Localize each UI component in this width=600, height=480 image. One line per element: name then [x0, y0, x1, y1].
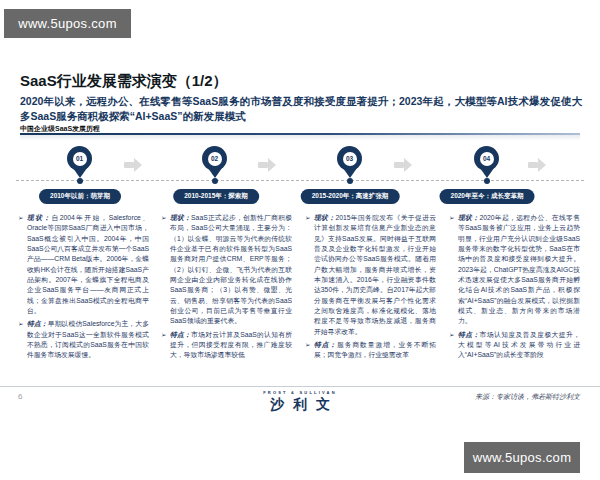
timeline-dot-2 [212, 178, 218, 184]
stage-pill-1: 2010年以前：萌芽期 [39, 189, 121, 204]
bullet-label: 特点： [27, 320, 48, 327]
footer-divider [0, 386, 600, 387]
bullet-item: ➢ 现状：自2004年开始，Salesforce、Oracle等国际SaaS厂商… [18, 213, 149, 316]
pin-tail-icon [208, 168, 222, 178]
bullet-body: SaaS正式起步，创新性厂商积极布局，SaaS公司大量涌现，主要分为：（1）以金… [170, 214, 292, 324]
bullet-arrow-icon: ➢ [449, 330, 458, 361]
bullet-text: 现状：2020年起，远程办公、在线零售等SaaS服务被广泛应用，业务上云趋势明显… [458, 213, 580, 327]
timeline-dot-4 [484, 178, 490, 184]
pin-tail-icon [480, 168, 494, 178]
bullet-arrow-icon: ➢ [449, 213, 458, 327]
bullet-arrow-icon: ➢ [305, 340, 314, 361]
bullet-text: 现状：自2004年开始，Salesforce、Oracle等国际SaaS厂商进入… [27, 213, 149, 316]
bullet-text: 特点：服务商数量激增，业务不断拓展；因竞争激烈，行业亟需改革 [314, 340, 436, 361]
bullet-item: ➢ 现状：2020年起，远程办公、在线零售等SaaS服务被广泛应用，业务上云趋势… [449, 213, 580, 327]
stage-pill-4: 2020年至今：成长变革期 [440, 189, 535, 204]
bullet-text: 现状：2015年国务院发布《关于促进云计算创新发展培育信息产业新业态的意见》支持… [314, 213, 436, 337]
timeline-shade [20, 135, 580, 141]
stage-column-4: ➢ 现状：2020年起，远程办公、在线零售等SaaS服务被广泛应用，业务上云趋势… [449, 213, 580, 364]
watermark-bottom: www.5upos.com [464, 442, 580, 473]
bullet-label: 现状： [314, 214, 335, 221]
bullet-text: 特点：早期以模仿Salesforce为主，大多数企业对于SaaS这一全新软件服务… [27, 319, 149, 360]
stage-column-1: ➢ 现状：自2004年开始，Salesforce、Oracle等国际SaaS厂商… [18, 213, 149, 364]
arrow-right-icon [528, 158, 546, 172]
bullet-label: 特点： [458, 331, 480, 338]
bullet-label: 特点： [314, 341, 337, 348]
stage-number: 02 [208, 152, 222, 166]
arrow-right-icon [258, 158, 276, 172]
arrow-right-icon [394, 158, 412, 172]
bullet-arrow-icon: ➢ [305, 213, 314, 337]
bullet-item: ➢ 特点：市场认知度及普及度极大提升，大模型等AI技术发展带动行业进入“AI+S… [449, 330, 580, 361]
bullet-arrow-icon: ➢ [161, 213, 170, 327]
bullet-label: 特点： [170, 331, 191, 338]
stage-column-2: ➢ 现状：SaaS正式起步，创新性厂商积极布局，SaaS公司大量涌现，主要分为：… [161, 213, 292, 364]
timeline-dot-1 [77, 178, 83, 184]
watermark-top: www.5upos.com [4, 9, 131, 38]
bullet-item: ➢ 特点：早期以模仿Salesforce为主，大多数企业对于SaaS这一全新软件… [18, 319, 149, 360]
bullet-body: 2020年起，远程办公、在线零售等SaaS服务被广泛应用，业务上云趋势明显，行业… [458, 214, 580, 324]
bullet-text: 特点：市场对云计算及SaaS的认知有所提升，但因接受程度有限，推广难度较大，导致… [170, 330, 292, 361]
page-title: SaaS行业发展需求演变（1/2） [20, 72, 580, 91]
bullet-arrow-icon: ➢ [161, 330, 170, 361]
bullet-item: ➢ 特点：市场对云计算及SaaS的认知有所提升，但因接受程度有限，推广难度较大，… [161, 330, 292, 361]
bullet-item: ➢ 特点：服务商数量激增，业务不断拓展；因竞争激烈，行业亟需改革 [305, 340, 436, 361]
bullet-body: 自2004年开始，Salesforce、Oracle等国际SaaS厂商进入中国市… [27, 214, 149, 314]
arrow-right-icon [124, 158, 142, 172]
bullet-label: 现状： [27, 214, 51, 221]
bullet-arrow-icon: ➢ [18, 319, 27, 360]
stage-number: 04 [480, 152, 494, 166]
stage-column-3: ➢ 现状：2015年国务院发布《关于促进云计算创新发展培育信息产业新业态的意见》… [305, 213, 436, 364]
stage-number: 03 [343, 152, 357, 166]
page-subtitle: 2020年以来，远程办公、在线零售等SaaS服务的市场普及度和接受度显著提升；2… [20, 94, 582, 124]
bullet-arrow-icon: ➢ [18, 213, 27, 316]
bullet-item: ➢ 现状：SaaS正式起步，创新性厂商积极布局，SaaS公司大量涌现，主要分为：… [161, 213, 292, 327]
timeline-dot-3 [347, 178, 353, 184]
stage-pill-2: 2010-2015年：探索期 [173, 189, 259, 204]
stage-number: 01 [73, 152, 87, 166]
bullet-item: ➢ 现状：2015年国务院发布《关于促进云计算创新发展培育信息产业新业态的意见》… [305, 213, 436, 337]
bullet-label: 现状： [170, 214, 191, 221]
pin-tail-icon [73, 168, 87, 178]
pin-tail-icon [343, 168, 357, 178]
source-note: 来源：专家访谈，弗若斯特沙利文 [475, 392, 580, 402]
bullet-text: 特点：市场认知度及普及度极大提升，大模型等AI技术发展带动行业进入“AI+Saa… [458, 330, 580, 361]
stage-pill-3: 2015-2020年：高速扩张期 [301, 189, 400, 204]
bullet-body: 2015年国务院发布《关于促进云计算创新发展培育信息产业新业态的意见》支持Saa… [314, 214, 436, 335]
bullet-text: 现状：SaaS正式起步，创新性厂商积极布局，SaaS公司大量涌现，主要分为：（1… [170, 213, 292, 327]
bullet-label: 现状： [458, 214, 479, 221]
